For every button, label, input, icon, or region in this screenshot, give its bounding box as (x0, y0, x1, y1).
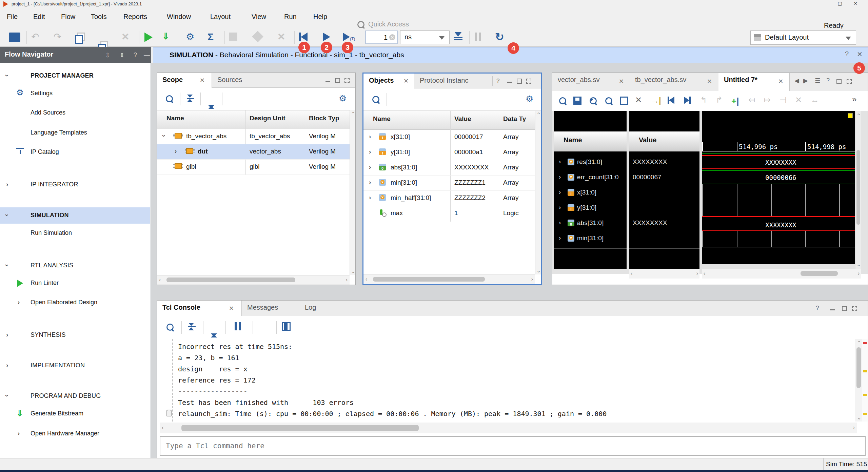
close-icon[interactable]: ✕ (707, 78, 712, 85)
nav-simulation[interactable]: ›SIMULATION (0, 207, 150, 224)
nav-run-simulation[interactable]: Run Simulation (0, 227, 150, 240)
objects-row[interactable]: max 1 Logic (363, 206, 535, 221)
wave-value-hscrollbar[interactable]: ‹ › (629, 269, 699, 279)
nav-synthesis[interactable]: ›SYNTHESIS (0, 329, 150, 342)
chevron-collapsed-icon[interactable]: › (369, 179, 371, 186)
scope-hscrollbar[interactable]: ‹ › (157, 275, 350, 285)
collapse-all-icon[interactable]: ⇳ (105, 52, 110, 59)
settings-gear-icon[interactable]: ⚙ (526, 94, 533, 104)
scroll-down-icon[interactable]: ⌄ (351, 268, 355, 274)
tab-vector-abs-sv[interactable]: vector_abs.sv✕ (552, 73, 630, 91)
restart-sim-icon[interactable] (299, 33, 308, 41)
close-icon[interactable]: ✕ (229, 305, 234, 312)
help-icon[interactable]: ? (134, 52, 137, 59)
chevron-expanded-icon[interactable]: › (160, 135, 168, 137)
search-icon[interactable] (558, 97, 567, 105)
scroll-up-icon[interactable]: ⌃ (856, 112, 861, 119)
objects-row[interactable]: › I y[31:0] 000000a1 Array (363, 145, 535, 160)
scope-row-glbl[interactable]: glbl glbl Verilog M (157, 160, 350, 175)
close-icon[interactable]: ✕ (778, 78, 783, 85)
help-icon[interactable]: ? (496, 78, 499, 84)
zoom-out-icon[interactable]: - (605, 97, 613, 105)
scroll-left-icon[interactable]: ‹ (159, 277, 161, 283)
remove-cursor-icon[interactable]: ✕ (635, 95, 642, 105)
menu-reports[interactable]: Reports (123, 13, 147, 21)
objects-vscrollbar[interactable]: ⌃ ⌄ (535, 111, 541, 274)
nav-generate-bitstream[interactable]: ⇓Generate Bitstream (0, 407, 150, 420)
nav-project-manager[interactable]: ›PROJECT MANAGER (0, 69, 150, 82)
scroll-right-icon[interactable]: › (696, 270, 698, 276)
chevron-collapsed-icon[interactable]: › (175, 147, 177, 155)
nav-ip-catalog[interactable]: IP Catalog (0, 146, 150, 159)
nav-open-hardware-manager[interactable]: ›Open Hardware Manager (0, 427, 150, 440)
float-panel-icon[interactable] (847, 79, 852, 84)
nav-program-debug[interactable]: ›PROGRAM AND DEBUG (0, 390, 150, 403)
time-unit-select[interactable]: ns (400, 30, 450, 44)
float-panel-icon[interactable] (344, 78, 350, 83)
run-all-icon[interactable] (323, 33, 330, 41)
settings-gear-icon[interactable]: ⚙ (186, 31, 194, 42)
wave-signal-row[interactable]: ›err_count[31:0 (554, 170, 627, 185)
validate-icon-disabled[interactable] (229, 33, 237, 41)
tcl-command-input[interactable] (160, 436, 866, 456)
generate-bitstream-icon[interactable]: ⇓ (162, 31, 170, 42)
tab-scope[interactable]: Scope✕ (157, 73, 212, 88)
float-panel-icon[interactable] (526, 79, 531, 84)
wave-canvas[interactable]: 514,996 ps 514,998 ps XXXXXXXX 00000066 (702, 111, 855, 264)
nav-rtl-analysis[interactable]: ›RTL ANALYSIS (0, 259, 150, 272)
menu-window[interactable]: Window (167, 13, 191, 21)
zoom-in-icon[interactable]: + (589, 97, 598, 105)
tab-scroll-left-icon[interactable]: ◀ (794, 77, 799, 84)
tab-list-icon[interactable]: ☰ (815, 77, 820, 84)
scroll-down-icon[interactable]: ⌄ (536, 267, 541, 274)
menu-edit[interactable]: Edit (33, 13, 45, 21)
close-icon[interactable]: ✕ (403, 77, 409, 85)
tab-messages[interactable]: Messages (242, 301, 299, 316)
save-icon[interactable] (573, 97, 581, 105)
scope-row-dut[interactable]: › dut vector_abs Verilog M (157, 144, 350, 160)
menu-view[interactable]: View (252, 13, 266, 21)
undo-zoom-icon-disabled[interactable]: ↰ (700, 95, 707, 105)
next-marker-icon-disabled[interactable]: ↦ (764, 95, 771, 105)
tab-objects[interactable]: Objects✕ (363, 74, 414, 88)
minimize-panel-icon[interactable]: — (144, 52, 150, 59)
minimize-panel-icon[interactable] (326, 81, 330, 82)
clear-time-icon[interactable]: ✕ (389, 34, 395, 40)
objects-row[interactable]: › 0 abs[31:0] XXXXXXXX Array (363, 160, 535, 176)
scroll-left-icon[interactable]: ‹ (631, 270, 632, 276)
delete-all-markers-icon-disabled[interactable]: ✕ (795, 95, 802, 105)
collapse-all-icon[interactable] (186, 94, 195, 103)
expand-all-icon[interactable]: ⇕ (119, 52, 124, 59)
wave-vscrollbar[interactable]: ⌃ ⌄ (855, 111, 861, 269)
float-panel-icon[interactable] (852, 306, 857, 311)
nav-open-elaborated[interactable]: ›Open Elaborated Design (0, 296, 150, 309)
menu-file[interactable]: File (7, 13, 18, 21)
objects-row[interactable]: › min[31:0] ZZZZZZZ1 Array (363, 176, 535, 191)
word-wrap-icon[interactable] (282, 322, 291, 331)
tab-scroll-right-icon[interactable]: ▶ (803, 77, 808, 84)
maximize-panel-icon[interactable] (836, 79, 842, 84)
close-icon[interactable]: ✕ (200, 77, 205, 84)
menu-flow[interactable]: Flow (61, 13, 75, 21)
scroll-right-icon[interactable]: › (858, 270, 860, 276)
nav-settings[interactable]: ⚙Settings (0, 87, 150, 100)
copy-icon-disabled[interactable] (77, 33, 85, 41)
unlink-icon-disabled[interactable]: ✕ (277, 31, 285, 42)
scroll-right-icon[interactable]: › (531, 276, 533, 282)
settings-gear-icon[interactable]: ⚙ (339, 93, 347, 104)
chevron-collapsed-icon[interactable]: › (369, 194, 371, 201)
minimize-panel-icon[interactable] (507, 82, 512, 83)
wave-signal-row[interactable]: ›min[31:0] (554, 231, 627, 246)
minimize-panel-icon[interactable] (830, 309, 835, 310)
scroll-left-icon[interactable]: ‹ (704, 270, 705, 276)
maximize-panel-icon[interactable] (842, 306, 847, 311)
error-marker[interactable] (863, 342, 867, 344)
nav-ip-integrator[interactable]: ›IP INTEGRATOR (0, 178, 150, 191)
console-output[interactable]: Incorrect res at time 515ns: a = 23, b =… (157, 339, 855, 422)
wave-signal-row[interactable]: ›0abs[31:0] (554, 216, 627, 231)
warning-marker[interactable] (863, 394, 867, 396)
add-marker-icon[interactable]: +| (731, 96, 739, 106)
scroll-right-icon[interactable]: › (346, 277, 348, 283)
open-project-icon[interactable] (9, 33, 20, 42)
wave-canvas-hscrollbar[interactable]: ‹ › (702, 269, 861, 279)
